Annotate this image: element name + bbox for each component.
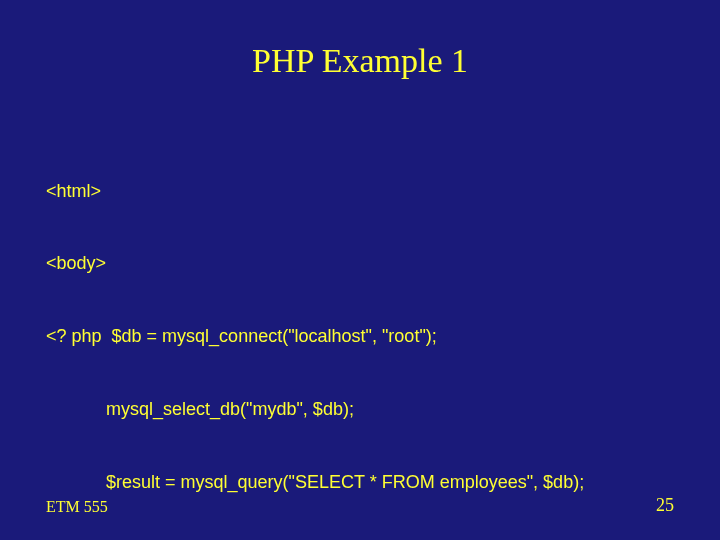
slide-title: PHP Example 1 — [0, 42, 720, 80]
code-line: $result = mysql_query("SELECT * FROM emp… — [46, 470, 674, 494]
slide: PHP Example 1 <html> <body> <? php $db =… — [0, 0, 720, 540]
code-block: <html> <body> <? php $db = mysql_connect… — [46, 130, 674, 540]
code-line: mysql_select_db("mydb", $db); — [46, 397, 674, 421]
code-line: <html> — [46, 179, 674, 203]
footer-course: ETM 555 — [46, 498, 108, 516]
code-line: <? php $db = mysql_connect("localhost", … — [46, 324, 674, 348]
code-line: <body> — [46, 251, 674, 275]
footer-page-number: 25 — [656, 495, 674, 516]
